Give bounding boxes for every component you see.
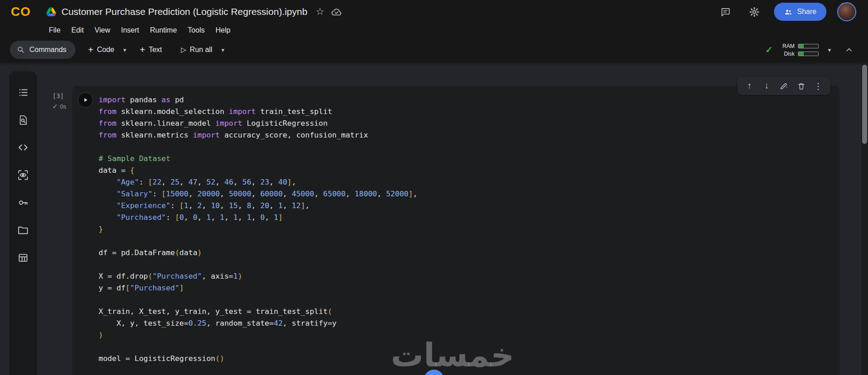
menu-tools[interactable]: Tools bbox=[182, 25, 210, 36]
cell-gutter: [3] ✓ 0s bbox=[52, 92, 66, 110]
menu-help[interactable]: Help bbox=[210, 25, 236, 36]
top-bar-left: CO Customer Purchase Prediction (Logisti… bbox=[11, 5, 342, 19]
table-of-contents-button[interactable] bbox=[13, 82, 33, 102]
run-all-label: Run all bbox=[190, 46, 212, 54]
play-outline-icon: ▷ bbox=[181, 46, 186, 54]
plus-icon: + bbox=[88, 46, 94, 53]
comments-button[interactable] bbox=[716, 3, 734, 21]
key-icon bbox=[17, 197, 29, 209]
code-cell[interactable]: ↑ ↓ bbox=[72, 86, 840, 375]
google-drive-icon bbox=[46, 7, 56, 16]
settings-button[interactable] bbox=[745, 3, 763, 21]
notebook-toolbar: Commands + Code ▾ + Text ▷ Run all ▾ ✓ R… bbox=[0, 37, 868, 62]
eye-scan-icon bbox=[17, 169, 29, 181]
pencil-sparkle-icon bbox=[779, 81, 788, 90]
menu-bar: File Edit View Insert Runtime Tools Help bbox=[0, 24, 868, 37]
disk-label: Disk bbox=[781, 51, 794, 57]
list-icon bbox=[18, 87, 29, 98]
play-icon bbox=[82, 97, 89, 103]
commands-button[interactable]: Commands bbox=[10, 41, 75, 59]
execution-count: [3] bbox=[52, 92, 66, 100]
ram-row: RAM bbox=[781, 43, 819, 49]
add-code-dropdown-caret[interactable]: ▾ bbox=[121, 45, 129, 55]
arrow-down-icon: ↓ bbox=[764, 81, 769, 91]
document-search-icon bbox=[18, 114, 29, 126]
menu-file[interactable]: File bbox=[43, 25, 66, 36]
scrollbar-track[interactable] bbox=[861, 62, 868, 375]
execution-status: ✓ 0s bbox=[52, 103, 66, 110]
left-sidebar bbox=[9, 71, 37, 375]
collapse-header-button[interactable] bbox=[840, 41, 858, 59]
top-bar-right: Share bbox=[716, 2, 856, 21]
ram-gauge-fill bbox=[798, 44, 803, 48]
run-all-button[interactable]: ▷ Run all bbox=[177, 42, 216, 57]
notebook-title[interactable]: Customer Purchase Prediction (Logistic R… bbox=[61, 6, 307, 17]
arrow-up-icon: ↑ bbox=[747, 81, 752, 91]
menu-edit[interactable]: Edit bbox=[66, 25, 90, 36]
cell-toolbar: ↑ ↓ bbox=[737, 77, 830, 95]
people-icon bbox=[784, 8, 793, 16]
user-avatar[interactable] bbox=[837, 2, 856, 21]
find-replace-button[interactable] bbox=[13, 110, 33, 130]
run-cell-button[interactable] bbox=[78, 92, 93, 108]
add-code-button[interactable]: + Code bbox=[85, 42, 118, 57]
gear-icon bbox=[749, 7, 760, 17]
add-text-label: Text bbox=[149, 46, 162, 54]
trash-icon bbox=[797, 82, 806, 90]
scrollbar-thumb[interactable] bbox=[862, 65, 867, 144]
code-area[interactable]: import pandas as pdfrom sklearn.model_se… bbox=[99, 94, 831, 365]
connected-check-icon: ✓ bbox=[765, 44, 773, 55]
colab-logo[interactable]: CO bbox=[11, 5, 31, 19]
execution-time: 0s bbox=[60, 103, 66, 110]
top-bar: CO Customer Purchase Prediction (Logisti… bbox=[0, 0, 868, 24]
search-icon bbox=[17, 46, 25, 54]
more-vert-icon: ⋮ bbox=[814, 81, 823, 91]
ram-gauge bbox=[798, 44, 819, 48]
ram-label: RAM bbox=[781, 43, 794, 49]
move-cell-down-button[interactable]: ↓ bbox=[759, 79, 774, 93]
share-button[interactable]: Share bbox=[774, 3, 826, 21]
add-text-button[interactable]: + Text bbox=[136, 42, 165, 57]
disk-gauge-fill bbox=[798, 52, 803, 56]
move-cell-up-button[interactable]: ↑ bbox=[742, 79, 757, 93]
disk-gauge bbox=[798, 52, 819, 56]
resources-dropdown-caret[interactable]: ▾ bbox=[825, 45, 834, 55]
code-icon bbox=[17, 142, 29, 153]
commands-label: Commands bbox=[29, 46, 66, 54]
secrets-button[interactable] bbox=[13, 193, 33, 213]
disk-row: Disk bbox=[781, 51, 819, 57]
code-snippets-button[interactable] bbox=[13, 138, 33, 157]
toolbar-left: Commands + Code ▾ + Text ▷ Run all ▾ bbox=[10, 41, 227, 59]
add-code-label: Code bbox=[97, 46, 114, 54]
run-all-dropdown-caret[interactable]: ▾ bbox=[219, 45, 227, 55]
inspector-button[interactable] bbox=[13, 165, 33, 185]
menu-view[interactable]: View bbox=[89, 25, 115, 36]
folder-icon bbox=[17, 224, 29, 236]
chevron-up-icon bbox=[844, 45, 854, 54]
colab-app: CO Customer Purchase Prediction (Logisti… bbox=[0, 0, 868, 375]
share-label: Share bbox=[797, 8, 816, 16]
cloud-saved-icon bbox=[331, 6, 342, 18]
more-actions-button[interactable]: ⋮ bbox=[811, 79, 826, 93]
menu-insert[interactable]: Insert bbox=[116, 25, 145, 36]
plus-icon: + bbox=[140, 46, 145, 53]
success-check-icon: ✓ bbox=[52, 103, 58, 110]
content-area: [3] ✓ 0s ↑ ↓ bbox=[0, 62, 868, 375]
edit-cell-button[interactable] bbox=[776, 79, 792, 93]
files-button[interactable] bbox=[13, 220, 33, 240]
notebook-area: [3] ✓ 0s ↑ ↓ bbox=[37, 62, 868, 375]
table-icon bbox=[17, 252, 29, 264]
menu-runtime[interactable]: Runtime bbox=[145, 25, 183, 36]
delete-cell-button[interactable] bbox=[793, 79, 809, 93]
toolbar-right: ✓ RAM Disk ▾ bbox=[765, 41, 858, 59]
resources-button[interactable]: RAM Disk bbox=[781, 43, 819, 57]
star-icon[interactable]: ☆ bbox=[316, 6, 325, 18]
comment-icon bbox=[720, 7, 731, 17]
data-table-button[interactable] bbox=[13, 248, 33, 268]
